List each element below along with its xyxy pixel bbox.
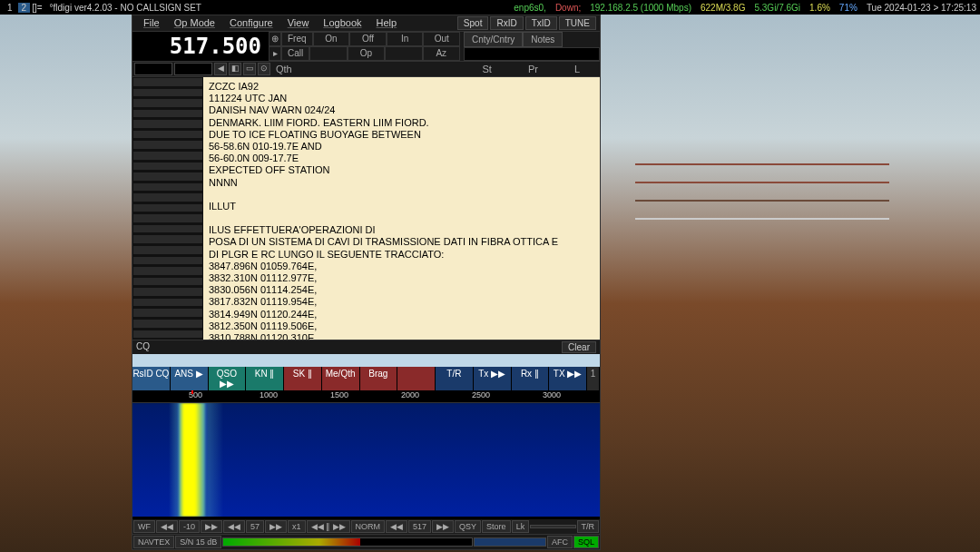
macro-tx[interactable]: Tx ▶▶ — [474, 367, 512, 390]
channel-labels — [132, 77, 203, 340]
menu-opmode[interactable]: Op Mode — [167, 16, 222, 30]
op-field[interactable] — [385, 46, 422, 61]
macro-qso[interactable]: QSO ▶▶ — [209, 367, 247, 390]
tune-button[interactable]: TUNE — [559, 16, 596, 30]
txid-button[interactable]: TxID — [525, 16, 557, 30]
sql-button[interactable]: SQL — [573, 536, 599, 548]
wf-tick-1000: 1000 — [260, 390, 278, 399]
off-field[interactable]: Off — [349, 32, 387, 46]
menu-view[interactable]: View — [280, 16, 317, 30]
menubar: File Op Mode Configure View Logbook Help… — [132, 15, 600, 32]
mem-usage: 622M/3.8G — [701, 3, 745, 13]
app-title: °fldigi ver4.2.03 - NO CALLSIGN SET — [50, 3, 201, 13]
wf-tr[interactable]: T/R — [577, 520, 600, 533]
menu-help[interactable]: Help — [369, 16, 405, 30]
rx-text[interactable]: ZCZC IA92 111224 UTC JAN DANISH NAV WARN… — [203, 77, 600, 340]
wf-upper-dec[interactable]: ◀◀ — [156, 520, 178, 533]
macro-bank[interactable]: 1 — [587, 367, 600, 390]
wf-speed[interactable]: NORM — [351, 520, 386, 533]
wf-range-inc[interactable]: ▶▶ — [265, 520, 287, 533]
swap-usage: 5.3Gi/7.6Gi — [754, 3, 800, 13]
status-row: CQ Clear — [132, 340, 600, 354]
l-label: L — [574, 64, 580, 74]
app-prefix: []= — [32, 3, 42, 13]
background-tower — [590, 73, 980, 436]
taskbar: 1 2 []= °fldigi ver4.2.03 - NO CALLSIGN … — [0, 0, 980, 15]
wf-range-dec[interactable]: ◀◀ — [223, 520, 245, 533]
call-field[interactable] — [309, 46, 347, 61]
call-label: Call — [281, 46, 309, 61]
macro-meqth[interactable]: Me/Qth — [322, 367, 360, 390]
wf-cursor-marker — [191, 390, 193, 394]
macro-tx2[interactable]: TX ▶▶ — [549, 367, 587, 390]
wf-mode[interactable]: WF — [133, 520, 155, 533]
macro-empty[interactable] — [397, 367, 436, 390]
pwr-bar[interactable] — [474, 537, 546, 547]
waterfall[interactable] — [132, 403, 600, 517]
btn-doc-icon[interactable]: ▭ — [243, 63, 256, 75]
call-icon[interactable]: ▸ — [269, 46, 281, 61]
cpu-usage: 1.6% — [809, 3, 830, 13]
tab-cnty[interactable]: Cnty/Cntry — [464, 32, 523, 47]
wf-zoom[interactable]: x1 — [288, 520, 306, 533]
wf-tick-2500: 2500 — [472, 390, 490, 399]
spot-button[interactable]: Spot — [457, 16, 489, 30]
waterfall-area: 500 1000 1500 2000 2500 3000 — [132, 390, 600, 519]
on-field[interactable]: On — [313, 32, 350, 46]
net-ip: 192.168.2.5 (1000 Mbps) — [590, 3, 691, 13]
frequency-display[interactable]: 517.500 — [132, 32, 269, 61]
pr-label: Pr — [528, 64, 538, 74]
mode-indicator[interactable]: NAVTEX — [133, 536, 174, 548]
btn-globe-icon[interactable]: ⊙ — [258, 63, 270, 75]
wf-controls: WF ◀◀ -10 ▶▶ ◀◀ 57 ▶▶ x1 ◀◀ ‖ ▶▶ NORM ◀◀… — [132, 519, 600, 534]
wf-range-val[interactable]: 57 — [246, 520, 264, 533]
wf-store[interactable]: Store — [482, 520, 511, 533]
clear-button[interactable]: Clear — [562, 341, 596, 353]
workspace-2[interactable]: 2 — [18, 3, 31, 13]
freq-label: Freq — [281, 32, 313, 46]
menu-file[interactable]: File — [136, 16, 167, 30]
clock: Tue 2024-01-23 > 17:25:13 — [867, 3, 976, 13]
mode-dropdown-1[interactable] — [134, 63, 172, 75]
op-label: Op — [348, 46, 385, 61]
wf-upper-val[interactable]: -10 — [179, 520, 200, 533]
tab-notes[interactable]: Notes — [523, 32, 563, 47]
macro-kn[interactable]: KN ‖ — [246, 367, 284, 390]
bottom-status: NAVTEX S/N 15 dB AFC SQL — [132, 534, 600, 549]
rxid-button[interactable]: RxID — [490, 16, 523, 30]
macro-rx[interactable]: Rx ‖ — [512, 367, 550, 390]
st-label: St — [482, 64, 491, 74]
wf-carrier-dec[interactable]: ◀◀ — [386, 520, 407, 533]
wf-nav[interactable]: ◀◀ ‖ ▶▶ — [307, 520, 350, 533]
waterfall-ruler[interactable]: 500 1000 1500 2000 2500 3000 — [132, 390, 600, 403]
wf-upper-inc[interactable]: ▶▶ — [201, 520, 222, 533]
out-field[interactable]: Out — [423, 32, 460, 46]
cq-label: CQ — [136, 341, 150, 353]
wf-carrier-val[interactable]: 517 — [408, 520, 431, 533]
freq-icon[interactable]: ⊕ — [269, 32, 281, 46]
in-field[interactable]: In — [387, 32, 424, 46]
notes-area[interactable] — [464, 47, 600, 61]
afc-button[interactable]: AFC — [547, 536, 573, 548]
menu-configure[interactable]: Configure — [222, 16, 280, 30]
wf-carrier-inc[interactable]: ▶▶ — [432, 520, 454, 533]
wf-tick-2000: 2000 — [401, 390, 419, 399]
tx-text[interactable] — [132, 354, 600, 367]
macro-brag[interactable]: Brag — [360, 367, 398, 390]
macro-tr[interactable]: T/R — [436, 367, 474, 390]
mode-dropdown-2[interactable]: ▾ — [174, 63, 212, 75]
wf-tick-1500: 1500 — [330, 390, 348, 399]
fldigi-window: File Op Mode Configure View Logbook Help… — [132, 15, 601, 550]
volume: 71% — [839, 3, 858, 13]
macro-ans[interactable]: ANS ▶ — [171, 367, 209, 390]
workspace-1[interactable]: 1 — [4, 3, 16, 13]
btn-left[interactable]: ◀ — [214, 63, 227, 75]
wf-qsy[interactable]: QSY — [455, 520, 481, 533]
wf-spacer — [530, 525, 575, 528]
menu-logbook[interactable]: Logbook — [316, 16, 368, 30]
macro-rsid-cq[interactable]: RsID CQ — [132, 367, 171, 390]
signal-bar — [222, 537, 473, 547]
wf-lk[interactable]: Lk — [512, 520, 530, 533]
btn-save-icon[interactable]: ◧ — [229, 63, 241, 75]
macro-sk[interactable]: SK ‖ — [284, 367, 322, 390]
